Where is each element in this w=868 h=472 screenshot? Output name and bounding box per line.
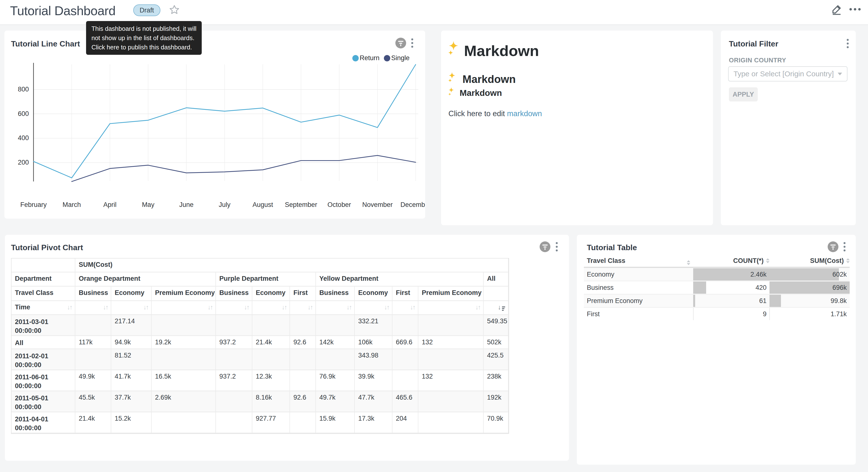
sort-descending-icon: ↓ [498, 303, 505, 311]
column-header-sum-cost[interactable]: SUM(Cost) [770, 255, 850, 268]
table-panel-title: Tutorial Table [587, 243, 637, 252]
origin-country-select[interactable]: Type or Select [Origin Country] [728, 66, 847, 82]
pivot-value-cell: 17.3k [355, 412, 393, 433]
header-ellipsis-menu-icon[interactable] [849, 4, 862, 15]
pivot-value-cell [152, 349, 216, 370]
pivot-value-cell: 16.5k [152, 370, 216, 391]
cell-bar [693, 308, 693, 320]
cell-bar [770, 268, 839, 281]
pivot-column-header: Premium Economy [418, 287, 484, 301]
sum-cell: 99.8k [770, 294, 850, 307]
draft-status-badge[interactable]: Draft [133, 4, 160, 16]
pivot-value-cell: 94.9k [111, 336, 152, 349]
pivot-value-cell: 76.9k [316, 370, 355, 391]
pivot-row-label: 2011-06-01 00:00:00 [11, 370, 75, 391]
pivot-value-cell [216, 315, 252, 336]
sort-icon: ↓↑ [346, 303, 351, 311]
pivot-value-cell [75, 315, 111, 336]
pivot-sort-header[interactable]: ↓↑ [75, 301, 111, 315]
pivot-kebab-menu-icon[interactable] [556, 242, 558, 252]
pivot-filter-badge-icon[interactable] [539, 241, 550, 252]
pivot-sort-header[interactable]: ↓ [484, 301, 508, 315]
pivot-value-cell: 937.2 [216, 370, 252, 391]
sparkles-icon [448, 72, 459, 83]
x-tick-label: June [165, 201, 207, 209]
pivot-value-cell: 37.7k [111, 391, 152, 412]
pivot-value-cell: 49.9k [75, 370, 111, 391]
column-header-count[interactable]: COUNT(*) [693, 255, 770, 268]
pivot-value-cell [216, 391, 252, 412]
y-tick-label: 200 [12, 159, 29, 166]
sort-updown-icon [687, 260, 690, 265]
y-tick-label: 600 [12, 110, 29, 118]
pivot-sort-header[interactable]: ↓↑ [216, 301, 252, 315]
pivot-value-cell: 132 [418, 336, 484, 349]
cell-bar [770, 295, 781, 307]
pivot-row-label: 2011-02-01 00:00:00 [11, 349, 75, 370]
apply-button[interactable]: APPLY [729, 87, 758, 101]
pivot-column-header: Economy [355, 287, 393, 301]
pivot-value-cell: 21.4k [252, 336, 290, 349]
pivot-column-header: Economy [252, 287, 290, 301]
edit-pencil-icon[interactable] [830, 3, 843, 16]
pivot-time-sort-header[interactable]: Time↓↑ [11, 301, 75, 315]
pivot-value-cell: 132 [418, 370, 484, 391]
pivot-column-header [484, 287, 508, 301]
cell-bar [693, 295, 695, 307]
pivot-value-cell [252, 349, 290, 370]
x-tick-label: October [318, 201, 360, 209]
pivot-value-cell: 39.9k [355, 370, 393, 391]
sparkles-icon [448, 41, 463, 56]
pivot-value-cell [75, 349, 111, 370]
pivot-value-cell: 927.77 [252, 412, 290, 433]
sum-cell: 1.71k [770, 307, 850, 320]
pivot-value-cell [316, 349, 355, 370]
x-tick-label: July [204, 201, 246, 209]
pivot-value-cell: 106k [355, 336, 393, 349]
pivot-row-label: 2011-05-01 00:00:00 [11, 391, 75, 412]
pivot-column-header: Business [75, 287, 111, 301]
pivot-value-cell: 238k [484, 370, 508, 391]
pivot-row-label: 2011-03-01 00:00:00 [11, 315, 75, 336]
pivot-group-header: Yellow Department [316, 272, 484, 287]
pivot-value-cell [393, 315, 418, 336]
pivot-value-cell: 937.2 [216, 336, 252, 349]
pivot-value-cell: 21.4k [75, 412, 111, 433]
markdown-h2: Markdown [448, 72, 516, 85]
select-placeholder: Type or Select [Origin Country] [734, 70, 834, 78]
filter-kebab-menu-icon[interactable] [846, 39, 849, 48]
pivot-chart-panel: Tutorial Pivot Chart SUM(Cost)Department… [5, 235, 569, 461]
sort-updown-icon [846, 258, 850, 263]
table-row-label: First [584, 307, 693, 320]
table-kebab-menu-icon[interactable] [843, 242, 846, 252]
pivot-group-header: Orange Department [75, 272, 216, 287]
pivot-value-cell: 204 [393, 412, 418, 433]
pivot-sort-header[interactable]: ↓↑ [316, 301, 355, 315]
pivot-sort-header[interactable]: ↓↑ [418, 301, 484, 315]
pivot-column-header: Business [316, 287, 355, 301]
markdown-edit-link[interactable]: markdown [507, 109, 542, 118]
pivot-sort-header[interactable]: ↓↑ [152, 301, 216, 315]
pivot-sort-header[interactable]: ↓↑ [111, 301, 152, 315]
pivot-value-cell [290, 349, 316, 370]
pivot-column-header: Business [216, 287, 252, 301]
pivot-sort-header[interactable]: ↓↑ [252, 301, 290, 315]
pivot-group-header: Purple Department [216, 272, 316, 287]
y-tick-label: 800 [12, 86, 29, 93]
markdown-h1: Markdown [448, 41, 539, 59]
column-header-travel-class[interactable]: Travel Class [584, 255, 693, 268]
pivot-sort-header[interactable]: ↓↑ [290, 301, 316, 315]
pivot-chart-title: Tutorial Pivot Chart [11, 243, 83, 252]
pivot-sort-header[interactable]: ↓↑ [355, 301, 393, 315]
favorite-star-icon[interactable] [169, 4, 180, 15]
data-table: Travel ClassCOUNT(*)SUM(Cost)Economy2.46… [584, 255, 850, 320]
x-tick-label: December [395, 201, 425, 209]
table-row-label: Premium Economy [584, 294, 693, 307]
x-tick-label: March [51, 201, 92, 209]
pivot-value-cell: 12.3k [252, 370, 290, 391]
pivot-sort-header[interactable]: ↓↑ [393, 301, 418, 315]
pivot-value-cell [418, 412, 484, 433]
pivot-value-cell [152, 412, 216, 433]
table-filter-badge-icon[interactable] [828, 241, 838, 252]
pivot-value-cell: 332.21 [355, 315, 393, 336]
